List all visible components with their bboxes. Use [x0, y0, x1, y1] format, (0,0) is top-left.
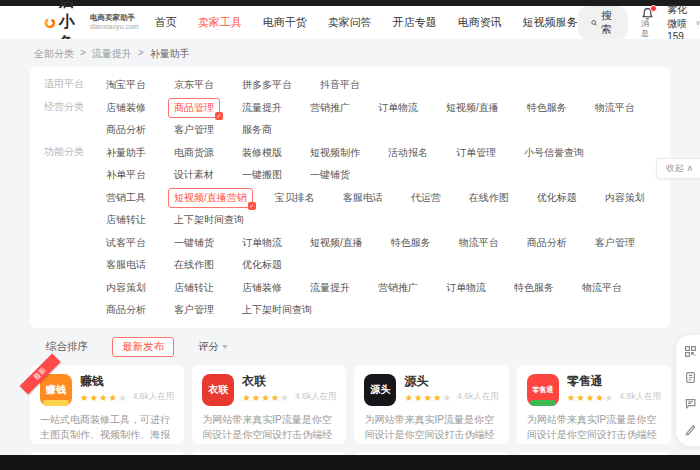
- filter-chip[interactable]: 物流平台: [453, 233, 505, 253]
- filter-chip[interactable]: 流量提升: [304, 278, 356, 298]
- app-icon: 源头: [364, 374, 396, 406]
- sort-arrow-icon: [222, 345, 228, 349]
- app-icon: 衣联: [202, 374, 234, 406]
- filter-chip[interactable]: 内容策划: [100, 278, 152, 298]
- filter-chip[interactable]: 店铺转让: [168, 278, 220, 298]
- filter-row-label: 适用平台: [44, 75, 100, 92]
- filter-chip[interactable]: 特色服务: [385, 233, 437, 253]
- nav-item[interactable]: 电商资讯: [458, 15, 502, 30]
- chat-icon[interactable]: [684, 397, 697, 410]
- nav-item[interactable]: 卖家问答: [328, 15, 372, 30]
- breadcrumb-item[interactable]: 全部分类: [34, 47, 74, 61]
- app-card[interactable]: 赚钱 赚钱 ★★★★★ 4.6k人在用 一站式电商装修工具，可进行主图页制作、视…: [30, 365, 184, 444]
- filter-chip[interactable]: 抖音平台: [314, 75, 366, 95]
- filter-chip[interactable]: 订单物流: [372, 98, 424, 118]
- filter-chip[interactable]: 短视频/直播: [304, 233, 369, 253]
- filter-chip[interactable]: 补量助手: [100, 143, 152, 163]
- nav-item[interactable]: 首页: [155, 15, 177, 30]
- filter-chip[interactable]: 短视频/直播: [440, 98, 505, 118]
- filter-chip[interactable]: 客户管理: [168, 300, 220, 320]
- filter-chip[interactable]: 活动报名: [382, 143, 434, 163]
- filter-chip[interactable]: 拼多多平台: [236, 75, 298, 95]
- filter-chip[interactable]: 客户管理: [168, 120, 220, 140]
- sort-option[interactable]: 最新发布: [112, 337, 174, 357]
- app-icon-band: [530, 400, 556, 406]
- pencil-icon[interactable]: [684, 423, 697, 436]
- filter-chip[interactable]: 物流平台: [589, 98, 641, 118]
- filter-row: 营销工具短视频/直播营销✓宝贝排名客服电话代运营在线作图优化标题内容策划店铺转让…: [44, 188, 656, 230]
- filter-chip[interactable]: 一键铺货: [304, 165, 356, 185]
- filter-chip[interactable]: 店铺装修: [236, 278, 288, 298]
- filter-chip[interactable]: 客服电话: [100, 255, 152, 275]
- filter-chip[interactable]: 店铺转让: [100, 210, 152, 230]
- filter-chip[interactable]: 设计素材: [168, 165, 220, 185]
- filter-chip[interactable]: 优化标题: [531, 188, 583, 208]
- filter-row-label: [44, 188, 100, 189]
- filter-chip[interactable]: 营销推广: [304, 98, 356, 118]
- sort-option[interactable]: 评分: [188, 337, 238, 357]
- filter-chip[interactable]: 一键铺货: [168, 233, 220, 253]
- filter-chip[interactable]: 商品分析: [100, 300, 152, 320]
- star-filled-icon: ★: [271, 392, 281, 403]
- app-card[interactable]: 衣联 衣联 ★★★★★ 4.6k人在用 为网站带来真实IP流量是你空间设计是你空…: [192, 365, 346, 444]
- filter-chip[interactable]: 补单平台: [100, 165, 152, 185]
- filter-chip[interactable]: 订单物流: [440, 278, 492, 298]
- filter-chip[interactable]: 店铺装修: [100, 98, 152, 118]
- filter-chip[interactable]: 在线作图: [168, 255, 220, 275]
- filter-chip[interactable]: 一键搬图: [236, 165, 288, 185]
- filter-chip[interactable]: 在线作图: [463, 188, 515, 208]
- filter-chip[interactable]: 短视频/直播营销✓: [168, 188, 253, 208]
- nav-item[interactable]: 电商干货: [263, 15, 307, 30]
- filter-chip[interactable]: 订单物流: [236, 233, 288, 253]
- filter-chip[interactable]: 营销推广: [372, 278, 424, 298]
- filter-chip[interactable]: 商品管理✓: [168, 98, 220, 118]
- selected-check-icon: ✓: [215, 112, 223, 120]
- filter-row: 试客平台一键铺货订单物流短视频/直播特色服务物流平台商品分析客户管理客服电话在线…: [44, 233, 656, 275]
- filter-chip[interactable]: 装修模版: [236, 143, 288, 163]
- app-card[interactable]: 源头 源头 ★★★★★ 4.6k人在用 为网站带来真实IP流量是你空间设计是你空…: [354, 365, 508, 444]
- filter-chip[interactable]: 商品分析: [100, 120, 152, 140]
- filter-chip[interactable]: 小号信誉查询: [518, 143, 590, 163]
- filter-chip[interactable]: 代运营: [405, 188, 447, 208]
- filter-chip[interactable]: 宝贝排名: [269, 188, 321, 208]
- brand-tagline: 电商卖家助手: [90, 14, 139, 23]
- filter-chip[interactable]: 服务商: [236, 120, 278, 140]
- filter-chip[interactable]: 内容策划: [599, 188, 651, 208]
- filter-chip[interactable]: 特色服务: [508, 278, 560, 298]
- nav-item[interactable]: 卖家工具: [198, 15, 242, 30]
- users-count: 4.6k人在用: [457, 391, 499, 403]
- nav-item[interactable]: 开店专题: [393, 15, 437, 30]
- filter-chip[interactable]: 京东平台: [168, 75, 220, 95]
- filter-chip[interactable]: 上下架时间查询: [168, 210, 250, 230]
- filter-chip[interactable]: 短视频制作: [304, 143, 366, 163]
- nav-item[interactable]: 短视频服务: [523, 15, 578, 30]
- filter-chip[interactable]: 电商货源: [168, 143, 220, 163]
- filter-chip[interactable]: 上下架时间查询: [236, 300, 318, 320]
- app-card[interactable]: 零售通 零售通 ★★★★★ 4.6k人在用 为网站带来真实IP流量是你空间设计是…: [517, 365, 671, 444]
- filter-panel: 适用平台 淘宝平台京东平台拼多多平台抖音平台 经营分类 店铺装修商品管理✓流量提…: [30, 67, 670, 328]
- document-icon[interactable]: [684, 371, 697, 384]
- filter-chip[interactable]: 优化标题: [236, 255, 288, 275]
- rating-stars: ★★★★★: [567, 393, 615, 403]
- collapse-filters-button[interactable]: 收起 ∧: [656, 158, 700, 179]
- breadcrumb-separator: >: [80, 47, 86, 61]
- filter-chip[interactable]: 特色服务: [521, 98, 573, 118]
- filter-chip[interactable]: 客服电话: [337, 188, 389, 208]
- filter-chip[interactable]: 流量提升: [236, 98, 288, 118]
- filter-chip[interactable]: 商品分析: [521, 233, 573, 253]
- messages-button[interactable]: 消息: [641, 7, 654, 39]
- qr-code-icon[interactable]: [684, 345, 697, 358]
- filter-chip[interactable]: 营销工具: [100, 188, 152, 208]
- breadcrumb-item[interactable]: 流量提升: [92, 47, 132, 61]
- filter-chip[interactable]: 客户管理: [589, 233, 641, 253]
- filter-chip[interactable]: 淘宝平台: [100, 75, 152, 95]
- breadcrumb-separator: >: [138, 47, 144, 61]
- filter-chip[interactable]: 物流平台: [576, 278, 628, 298]
- search-button[interactable]: 搜索: [578, 6, 629, 40]
- app-description: 为网站带来真实IP流量是你空间设计是你空间设打击伪端经常章到...: [202, 412, 336, 442]
- breadcrumb-item[interactable]: 补量助手: [150, 47, 190, 61]
- sort-option[interactable]: 综合排序: [36, 337, 98, 357]
- user-menu[interactable]: 雾化微喷159... ∨: [667, 3, 700, 42]
- filter-chip[interactable]: 订单管理: [450, 143, 502, 163]
- filter-chip[interactable]: 试客平台: [100, 233, 152, 253]
